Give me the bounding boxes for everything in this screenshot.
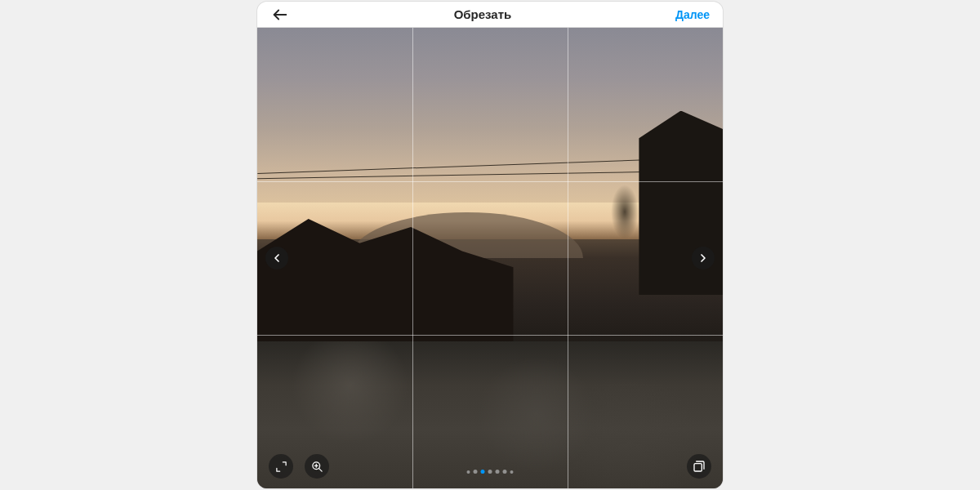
zoom-button[interactable] — [305, 454, 329, 479]
chevron-right-icon — [697, 252, 710, 265]
aspect-ratio-button[interactable] — [269, 454, 293, 479]
arrow-left-icon — [271, 6, 289, 24]
prev-image-button[interactable] — [265, 247, 288, 270]
crop-toolbar — [269, 454, 711, 479]
dialog-header: Обрезать Далее — [257, 2, 723, 28]
next-button[interactable]: Далее — [675, 8, 710, 21]
back-button[interactable] — [270, 5, 290, 24]
svg-line-2 — [318, 468, 322, 471]
photo-building — [639, 111, 723, 296]
dialog-title: Обрезать — [290, 7, 675, 21]
expand-icon — [275, 461, 287, 473]
left-controls — [269, 454, 329, 479]
svg-rect-5 — [694, 464, 702, 471]
crop-canvas[interactable] — [257, 28, 723, 488]
chevron-left-icon — [270, 252, 283, 265]
zoom-in-icon — [311, 461, 323, 473]
crop-dialog: Обрезать Далее — [257, 2, 723, 488]
next-image-button[interactable] — [692, 247, 715, 270]
stack-icon — [693, 460, 706, 473]
multi-select-button[interactable] — [687, 454, 711, 479]
